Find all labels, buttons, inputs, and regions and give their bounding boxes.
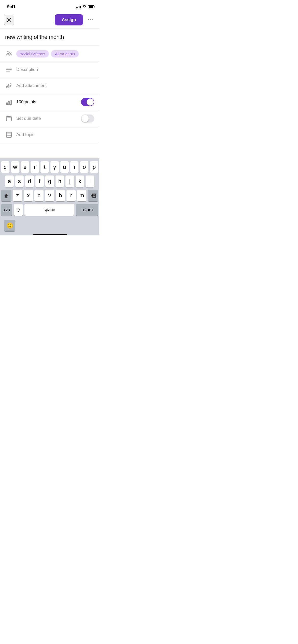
return-key[interactable]: return <box>76 204 98 216</box>
keyboard-row-3: z x c v b n m <box>0 190 99 201</box>
topic-row[interactable]: Add topic <box>0 127 99 143</box>
svg-rect-7 <box>6 103 8 105</box>
keyboard: q w e r t y u i o p a s d f g h j k l z … <box>0 158 99 235</box>
empty-space <box>0 143 99 158</box>
key-g[interactable]: g <box>45 175 54 187</box>
attachment-label: Add attachment <box>16 83 47 88</box>
class-icon <box>5 50 13 57</box>
topic-label: Add topic <box>16 132 34 137</box>
key-o[interactable]: o <box>80 161 88 173</box>
key-v[interactable]: v <box>45 190 54 201</box>
key-u[interactable]: u <box>60 161 69 173</box>
description-row[interactable]: Description <box>0 62 99 78</box>
keyboard-bottom-row: 123 ☺ space return <box>0 204 99 218</box>
delete-key[interactable] <box>88 190 98 201</box>
key-l[interactable]: l <box>86 175 94 187</box>
title-section: new writing of the month <box>0 29 99 46</box>
numbers-key[interactable]: 123 <box>1 204 12 216</box>
class-tag[interactable]: social Science <box>16 50 49 57</box>
topic-icon <box>5 131 13 139</box>
key-p[interactable]: p <box>90 161 98 173</box>
toggle-thumb <box>87 98 94 106</box>
topic-content: Add topic <box>16 132 94 137</box>
key-m[interactable]: m <box>77 190 86 201</box>
description-icon <box>5 66 13 74</box>
svg-point-2 <box>7 52 9 54</box>
more-icon <box>88 19 93 20</box>
key-h[interactable]: h <box>56 175 64 187</box>
svg-rect-9 <box>10 100 11 105</box>
battery-icon <box>88 5 94 8</box>
points-toggle-container <box>81 98 94 106</box>
keyboard-row-1: q w e r t y u i o p <box>0 161 99 173</box>
students-tag[interactable]: All students <box>51 50 79 57</box>
key-n[interactable]: n <box>66 190 76 201</box>
key-b[interactable]: b <box>56 190 65 201</box>
points-row: 100 points <box>0 94 99 110</box>
space-key[interactable]: space <box>24 204 74 216</box>
points-icon <box>5 98 13 106</box>
svg-rect-14 <box>6 132 11 137</box>
key-r[interactable]: r <box>31 161 39 173</box>
key-z[interactable]: z <box>13 190 22 201</box>
key-a[interactable]: a <box>5 175 14 187</box>
header: Assign <box>0 12 99 29</box>
key-q[interactable]: q <box>1 161 9 173</box>
attachment-content: Add attachment <box>16 83 94 88</box>
key-x[interactable]: x <box>24 190 33 201</box>
due-date-label: Set due date <box>16 116 41 121</box>
attachment-row[interactable]: Add attachment <box>0 78 99 94</box>
wifi-icon <box>82 5 86 8</box>
due-date-toggle-container <box>81 114 94 123</box>
status-bar: 9:41 <box>0 0 99 12</box>
toggle-thumb-due <box>82 115 89 122</box>
key-s[interactable]: s <box>15 175 24 187</box>
svg-rect-8 <box>8 101 10 105</box>
assign-button[interactable]: Assign <box>55 14 83 25</box>
close-button[interactable] <box>4 15 14 25</box>
svg-rect-10 <box>6 116 11 121</box>
points-content: 100 points <box>16 99 81 105</box>
due-date-icon <box>5 115 13 122</box>
home-indicator <box>33 234 67 235</box>
key-t[interactable]: t <box>40 161 49 173</box>
emoji-key-inline[interactable]: ☺ <box>14 204 23 216</box>
key-j[interactable]: j <box>65 175 74 187</box>
status-icons <box>76 5 94 8</box>
key-c[interactable]: c <box>34 190 44 201</box>
more-button[interactable] <box>86 15 95 24</box>
close-icon <box>7 18 11 22</box>
class-content: social Science All students <box>16 50 94 57</box>
due-date-content: Set due date <box>16 116 81 121</box>
class-row: social Science All students <box>0 46 99 62</box>
points-label: 100 points <box>16 99 36 105</box>
key-i[interactable]: i <box>70 161 79 173</box>
due-date-toggle[interactable] <box>81 114 94 123</box>
status-time: 9:41 <box>7 4 16 9</box>
emoji-btn-row: 🙂 <box>0 218 99 233</box>
description-label: Description <box>16 67 38 72</box>
points-toggle[interactable] <box>81 98 94 106</box>
key-f[interactable]: f <box>35 175 44 187</box>
svg-point-3 <box>10 52 11 53</box>
emoji-face-key[interactable]: 🙂 <box>4 220 15 231</box>
key-e[interactable]: e <box>21 161 29 173</box>
keyboard-row-2: a s d f g h j k l <box>0 175 99 187</box>
header-actions: Assign <box>55 14 95 25</box>
signal-icon <box>76 5 81 8</box>
shift-key[interactable] <box>1 190 11 201</box>
assignment-title[interactable]: new writing of the month <box>5 34 94 40</box>
description-content: Description <box>16 67 94 72</box>
key-y[interactable]: y <box>50 161 59 173</box>
key-k[interactable]: k <box>76 175 84 187</box>
key-w[interactable]: w <box>11 161 19 173</box>
attachment-icon <box>5 82 13 90</box>
due-date-row: Set due date <box>0 110 99 127</box>
key-d[interactable]: d <box>25 175 34 187</box>
